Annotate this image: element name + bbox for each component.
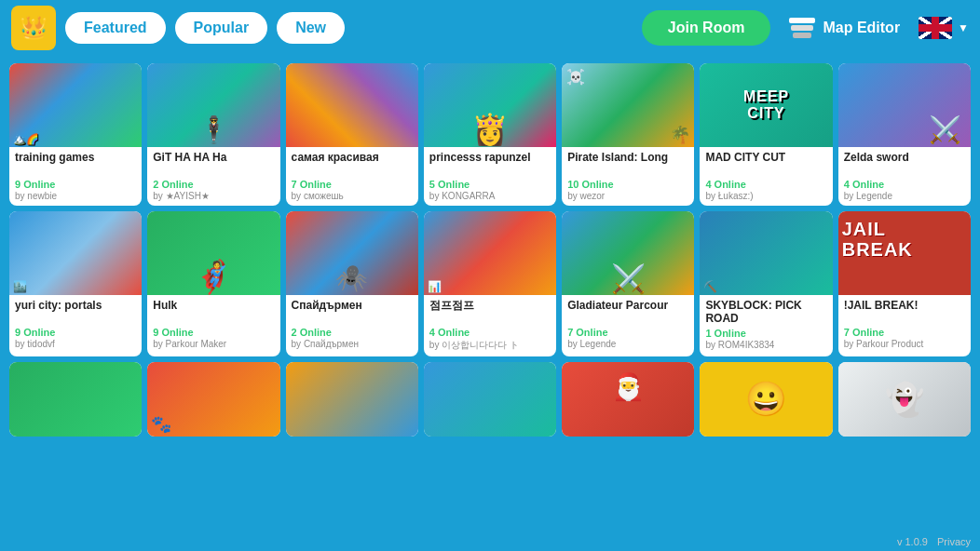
game-author: by Legende <box>844 191 965 201</box>
game-title: Спайдърмен <box>292 299 413 325</box>
game-author: by newbie <box>15 191 136 201</box>
list-item[interactable]: MEEPCITY MAD CITY CUT 4 Online by Łukasz… <box>700 63 832 206</box>
list-item[interactable]: 🕴️ GiT HA HA Ha 2 Online by ★AYISH★ <box>147 63 279 206</box>
game-online-count: 4 Online <box>705 179 826 190</box>
game-author: by Łukasz:) <box>705 191 826 201</box>
list-item[interactable]: 👻 <box>838 362 971 437</box>
game-author: by 이상합니다다다 ト <box>429 339 551 352</box>
list-item[interactable]: ⚔️ Gladiateur Parcour 7 Online by Legend… <box>562 211 694 356</box>
game-thumbnail: 🦸 <box>147 211 279 295</box>
popular-nav-button[interactable]: Popular <box>175 12 268 44</box>
game-online-count: 4 Online <box>429 327 551 338</box>
game-thumbnail: ⚔️ <box>562 211 694 295</box>
list-item[interactable]: 🏙️ yuri city: portals 9 Online by tidodv… <box>9 211 142 356</box>
game-author: by Parkour Product <box>844 339 965 349</box>
join-room-button[interactable]: Join Room <box>642 10 771 46</box>
game-thumbnail: ⚔️ <box>838 63 971 147</box>
list-item[interactable]: 🎅 <box>562 362 694 437</box>
game-online-count: 1 Online <box>705 328 826 339</box>
game-title: GiT HA HA Ha <box>153 151 274 177</box>
list-item[interactable]: 📊 점프점프 4 Online by 이상합니다다다 ト <box>424 211 556 356</box>
game-thumbnail: 👻 <box>838 362 971 437</box>
language-button[interactable]: ▼ <box>919 17 969 39</box>
list-item[interactable]: 🕷️ Спайдърмен 2 Online by Спайдърмен <box>286 211 418 356</box>
game-thumbnail: 😀 <box>700 362 832 437</box>
game-online-count: 9 Online <box>153 327 274 338</box>
game-online-count: 2 Online <box>292 327 413 338</box>
list-item[interactable]: JAILBREAK !JAIL BREAK! 7 Online by Parko… <box>838 211 971 356</box>
list-item[interactable]: 🏔️🌈 training games 9 Online by newbie <box>9 63 142 206</box>
list-item[interactable]: ☠️ 🌴 Pirate Island: Long 10 Online by we… <box>562 63 694 206</box>
privacy-link[interactable]: Privacy <box>937 536 971 547</box>
game-online-count: 5 Online <box>429 179 551 190</box>
list-item[interactable] <box>424 362 556 437</box>
chevron-down-icon: ▼ <box>958 21 969 34</box>
list-item[interactable]: ⛏️ SKYBLOCK: PICK ROAD 1 Online by ROM4I… <box>700 211 832 356</box>
map-editor-area: Map Editor <box>789 18 900 38</box>
game-title: самая красивая <box>292 151 413 177</box>
game-thumbnail: 👸 <box>424 63 556 147</box>
game-title: Zelda sword <box>844 151 965 177</box>
game-thumbnail: 🕷️ <box>286 211 418 295</box>
game-author: by Legende <box>567 339 688 349</box>
game-title: 점프점프 <box>429 299 551 325</box>
version-label: v 1.0.9 <box>897 536 928 547</box>
game-thumbnail: 📊 <box>424 211 556 295</box>
list-item[interactable]: 😀 <box>700 362 832 437</box>
game-title: yuri city: portals <box>15 299 136 325</box>
map-editor-icon <box>789 18 815 38</box>
game-author: by сможешь <box>292 191 413 201</box>
list-item[interactable]: ⚔️ Zelda sword 4 Online by Legende <box>838 63 971 206</box>
game-author: by Спайдърмен <box>292 339 413 349</box>
list-item[interactable]: 🐾 <box>147 362 279 437</box>
game-thumbnail: 🏔️🌈 <box>9 63 142 147</box>
game-author: by tidodvf <box>15 339 136 349</box>
game-thumbnail: 🏙️ <box>9 211 142 295</box>
game-title: training games <box>15 151 136 177</box>
game-title: MAD CITY CUT <box>705 151 826 177</box>
game-thumbnail <box>424 362 556 437</box>
game-title: princesss rapunzel <box>429 151 551 177</box>
game-online-count: 7 Online <box>292 179 413 190</box>
game-author: by KONGARRA <box>429 191 551 201</box>
header: 👑 Featured Popular New Join Room Map Edi… <box>0 0 980 56</box>
game-author: by ROM4IK3834 <box>705 340 826 350</box>
game-author: by ★AYISH★ <box>153 191 274 201</box>
list-item[interactable] <box>286 362 418 437</box>
list-item[interactable]: 🦸 Hulk 9 Online by Parkour Maker <box>147 211 279 356</box>
game-title: Gladiateur Parcour <box>567 299 688 325</box>
game-online-count: 9 Online <box>15 327 136 338</box>
list-item[interactable] <box>9 362 142 437</box>
game-thumbnail: ☠️ 🌴 <box>562 63 694 147</box>
game-author: by wezor <box>567 191 688 201</box>
game-thumbnail: 🐾 <box>147 362 279 437</box>
game-title: SKYBLOCK: PICK ROAD <box>705 299 826 326</box>
game-thumbnail: ⛏️ <box>700 211 832 295</box>
game-grid: 🏔️🌈 training games 9 Online by newbie 🕴️… <box>0 56 980 444</box>
new-nav-button[interactable]: New <box>277 12 345 44</box>
map-editor-label: Map Editor <box>823 20 900 36</box>
game-thumbnail: 🎅 <box>562 362 694 437</box>
flag-icon <box>919 17 952 39</box>
game-online-count: 9 Online <box>15 179 136 190</box>
list-item[interactable]: самая красивая 7 Online by сможешь <box>286 63 418 206</box>
game-thumbnail: JAILBREAK <box>838 211 971 295</box>
game-online-count: 2 Online <box>153 179 274 190</box>
game-thumbnail: MEEPCITY <box>700 63 832 147</box>
logo-icon[interactable]: 👑 <box>11 6 56 50</box>
game-online-count: 7 Online <box>567 327 688 338</box>
game-thumbnail <box>286 362 418 437</box>
game-author: by Parkour Maker <box>153 339 274 349</box>
game-thumbnail <box>9 362 142 437</box>
game-title: !JAIL BREAK! <box>844 299 965 325</box>
featured-nav-button[interactable]: Featured <box>65 12 166 44</box>
game-thumbnail <box>286 63 418 147</box>
game-online-count: 4 Online <box>844 179 965 190</box>
game-thumbnail: 🕴️ <box>147 63 279 147</box>
game-title: Pirate Island: Long <box>567 151 688 177</box>
game-online-count: 10 Online <box>567 179 688 190</box>
footer: v 1.0.9 Privacy <box>888 532 980 551</box>
game-title: Hulk <box>153 299 274 325</box>
game-online-count: 7 Online <box>844 327 965 338</box>
list-item[interactable]: 👸 princesss rapunzel 5 Online by KONGARR… <box>424 63 556 206</box>
